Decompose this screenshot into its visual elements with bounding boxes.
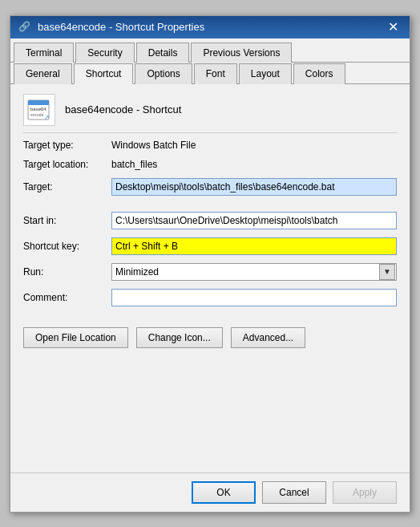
tab-row-1: Terminal Security Details Previous Versi… (10, 39, 410, 63)
window-title: base64encode - Shortcut Properties (38, 21, 204, 33)
advanced-button[interactable]: Advanced... (231, 327, 305, 348)
target-row: Target: (23, 178, 397, 196)
app-name: base64encode - Shortcut (65, 103, 181, 116)
tab-shortcut[interactable]: Shortcut (74, 63, 134, 84)
tab-details[interactable]: Details (136, 43, 190, 63)
shortcut-key-input[interactable] (111, 237, 397, 255)
bottom-bar: OK Cancel Apply (10, 472, 410, 512)
window-icon: 🔗 (18, 21, 31, 34)
target-input[interactable] (111, 178, 397, 196)
dialog-window: 🔗 base64encode - Shortcut Properties ✕ T… (10, 15, 410, 513)
shortcut-key-row: Shortcut key: (23, 237, 397, 255)
tab-font[interactable]: Font (194, 63, 237, 84)
start-in-label: Start in: (23, 215, 111, 226)
comment-row: Comment: (23, 289, 397, 306)
ok-button[interactable]: OK (192, 481, 256, 504)
target-label: Target: (23, 181, 111, 193)
svg-text:↗: ↗ (44, 114, 50, 121)
start-in-row: Start in: (23, 212, 397, 229)
comment-input[interactable] (111, 289, 397, 306)
tab-terminal[interactable]: Terminal (14, 43, 74, 63)
action-buttons: Open File Location Change Icon... Advanc… (23, 327, 397, 348)
target-type-label: Target type: (23, 140, 111, 151)
tab-layout[interactable]: Layout (239, 63, 292, 84)
tab-row-2: General Shortcut Options Font Layout Col… (10, 63, 410, 84)
run-label: Run: (23, 266, 111, 278)
tab-security[interactable]: Security (75, 43, 134, 63)
shortcut-key-label: Shortcut key: (23, 241, 111, 252)
target-location-label: Target location: (23, 159, 111, 170)
open-file-location-button[interactable]: Open File Location (23, 327, 128, 348)
shortcut-icon-svg: base64 encode ↗ (26, 97, 52, 123)
svg-text:encode: encode (30, 112, 44, 117)
app-icon-row: base64 encode ↗ base64encode - Shortcut (23, 94, 397, 133)
tab-general[interactable]: General (14, 63, 72, 84)
tab-options[interactable]: Options (135, 63, 192, 84)
run-select-wrapper: Normal window Minimized Maximized ▼ (111, 263, 397, 281)
svg-rect-1 (28, 100, 49, 105)
tab-content: base64 encode ↗ base64encode - Shortcut … (10, 84, 410, 472)
change-icon-button[interactable]: Change Icon... (136, 327, 223, 348)
title-bar: 🔗 base64encode - Shortcut Properties ✕ (10, 16, 410, 39)
target-type-value: Windows Batch File (111, 140, 196, 151)
tab-previous-versions[interactable]: Previous Versions (191, 43, 292, 63)
cancel-button[interactable]: Cancel (262, 481, 326, 504)
svg-text:base64: base64 (30, 107, 46, 111)
tab-colors[interactable]: Colors (293, 63, 345, 84)
comment-label: Comment: (23, 292, 111, 303)
run-select[interactable]: Normal window Minimized Maximized (111, 263, 397, 281)
apply-button[interactable]: Apply (333, 481, 397, 504)
target-location-row: Target location: batch_files (23, 159, 397, 170)
target-location-value: batch_files (111, 159, 157, 170)
app-icon: base64 encode ↗ (23, 94, 55, 126)
close-button[interactable]: ✕ (385, 21, 402, 34)
run-row: Run: Normal window Minimized Maximized ▼ (23, 263, 397, 281)
target-type-row: Target type: Windows Batch File (23, 140, 397, 151)
start-in-input[interactable] (111, 212, 397, 229)
